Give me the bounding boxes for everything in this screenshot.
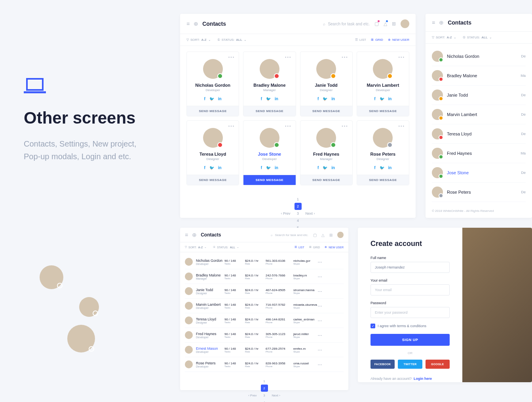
page-number[interactable]: 1 [294, 196, 302, 203]
table-row[interactable]: Nicholas GordonDeveloper 90 / 148Tasks $… [185, 255, 344, 269]
send-message-button[interactable]: SEND MESSAGE [243, 175, 295, 185]
google-button[interactable]: GOOGLE [426, 360, 450, 369]
linkedin-icon[interactable]: in [275, 166, 278, 170]
login-here-link[interactable]: Login here [414, 377, 432, 381]
email-input[interactable]: Your email [370, 284, 450, 295]
linkedin-icon[interactable]: in [218, 97, 222, 101]
grid-view-button[interactable]: ⊞ GRID [371, 38, 383, 42]
facebook-icon[interactable]: f [204, 97, 205, 101]
twitter-icon[interactable]: 🐦 [266, 97, 271, 101]
twitter-icon[interactable]: 🐦 [380, 97, 384, 101]
sort-filter[interactable]: ▽ SORT: A-Z ⌄ [432, 36, 456, 39]
send-message-button[interactable]: SEND MESSAGE [243, 106, 295, 116]
table-row[interactable]: Ernest MasonDeveloper 90 / 148Tasks $24.… [185, 343, 344, 357]
contact-card[interactable]: ••• Marvin Lambert Developer f🐦in SEND M… [357, 51, 409, 116]
add-icon[interactable]: ⊕ [194, 21, 198, 27]
terms-checkbox[interactable]: ✓I agree with terms & conditions [370, 324, 450, 328]
table-row[interactable]: Rose PetersDeveloper 90 / 148Tasks $24.0… [185, 357, 344, 372]
send-message-button[interactable]: SEND MESSAGE [357, 106, 409, 116]
table-row[interactable]: Janie ToddDesigner 90 / 148Tasks $24.0 /… [185, 284, 344, 299]
menu-icon[interactable]: ≡ [185, 232, 188, 238]
status-filter[interactable]: ① STATUS: ALL ⌄ [213, 246, 239, 249]
contact-card[interactable]: ••• Fred Haynes Manager f🐦in SEND MESSAG… [300, 120, 353, 185]
more-icon[interactable]: ••• [318, 363, 322, 366]
contact-card[interactable]: ••• Bradley Malone Manager f🐦in SEND MES… [243, 51, 296, 116]
contact-card[interactable]: ••• Janie Todd Designer f🐦in SEND MESSAG… [300, 51, 353, 116]
status-filter[interactable]: ① STATUS: ALL ⌄ [217, 38, 247, 42]
search-input[interactable]: ⌕ Search for task and etc. [323, 22, 370, 26]
more-icon[interactable]: ••• [285, 124, 292, 128]
sort-filter[interactable]: ▽ SORT: A-Z ⌄ [186, 38, 211, 42]
send-message-button[interactable]: SEND MESSAGE [357, 175, 409, 185]
page-number[interactable]: 1 [261, 377, 268, 385]
twitter-icon[interactable]: 🐦 [209, 166, 214, 170]
twitter-icon[interactable]: 🐦 [209, 97, 214, 101]
add-icon[interactable]: ⊕ [192, 232, 197, 238]
avatar[interactable] [337, 232, 344, 238]
contact-card[interactable]: ••• Jose Stone Developer f🐦in SEND MESSA… [243, 120, 296, 185]
linkedin-icon[interactable]: in [388, 97, 392, 101]
chat-icon[interactable]: ▢ [313, 233, 317, 237]
facebook-icon[interactable]: f [261, 166, 262, 170]
twitter-icon[interactable]: 🐦 [323, 97, 327, 101]
contact-row[interactable]: Bradley MaloneMa [432, 66, 526, 86]
add-icon[interactable]: ⊕ [439, 19, 444, 26]
more-icon[interactable]: ••• [342, 55, 348, 59]
notification-icon[interactable]: △ [321, 233, 325, 237]
contact-row[interactable]: Teresa LloydDe [432, 124, 526, 144]
more-icon[interactable]: ••• [398, 124, 405, 128]
sort-filter[interactable]: ▽ SORT: A-Z ⌄ [185, 246, 207, 249]
twitter-icon[interactable]: 🐦 [323, 166, 327, 170]
facebook-icon[interactable]: f [261, 97, 262, 101]
fullname-input[interactable]: Joseph Hernandez [370, 262, 450, 273]
menu-icon[interactable]: ≡ [432, 19, 435, 26]
contact-card[interactable]: ••• Nicholas Gordon Developer f🐦in SEND … [186, 51, 239, 116]
more-icon[interactable]: ••• [318, 275, 322, 278]
page-number[interactable]: 3 [294, 210, 302, 217]
linkedin-icon[interactable]: in [331, 97, 335, 101]
prev-button[interactable]: ‹ Prev [281, 211, 290, 215]
more-icon[interactable]: ••• [285, 55, 292, 59]
list-view-button[interactable]: ☰ LIST [294, 246, 304, 249]
page-number[interactable]: 2 [294, 203, 302, 210]
twitter-button[interactable]: TWITTER [398, 360, 422, 369]
next-button[interactable]: Next › [272, 394, 280, 397]
twitter-icon[interactable]: 🐦 [380, 166, 384, 170]
signup-button[interactable]: SIGN UP [370, 334, 450, 346]
avatar[interactable] [401, 19, 409, 28]
table-row[interactable]: Bradley MaloneManager 90 / 148Tasks $24.… [185, 269, 344, 284]
more-icon[interactable]: ••• [318, 304, 322, 308]
more-icon[interactable]: ••• [318, 319, 322, 322]
contact-row[interactable]: Fred HaynesMa [432, 144, 526, 163]
facebook-icon[interactable]: f [204, 166, 205, 170]
more-icon[interactable]: ••• [398, 55, 405, 59]
more-icon[interactable]: ••• [228, 55, 235, 59]
linkedin-icon[interactable]: in [388, 166, 392, 170]
new-user-button[interactable]: ⊕ NEW USER [388, 38, 409, 42]
grid-icon[interactable]: ⊞ [329, 233, 332, 237]
chat-icon[interactable]: ▢ [374, 21, 379, 27]
contact-row[interactable]: Janie ToddDe [432, 86, 526, 105]
contact-card[interactable]: ••• Teresa Lloyd Designer f🐦in SEND MESS… [186, 120, 239, 185]
more-icon[interactable]: ••• [228, 124, 235, 128]
contact-row[interactable]: Nicholas GordonDe [432, 47, 526, 66]
search-input[interactable]: ⌕ Search for task and etc. [271, 233, 309, 237]
table-row[interactable]: Fred HaynesDeveloper 90 / 148Tasks $24.0… [185, 328, 344, 343]
send-message-button[interactable]: SEND MESSAGE [300, 175, 352, 185]
twitter-icon[interactable]: 🐦 [266, 166, 271, 170]
page-number[interactable]: 3 [261, 392, 268, 399]
grid-view-button[interactable]: ⊞ GRID [309, 246, 320, 249]
page-number[interactable]: 4 [294, 217, 302, 224]
linkedin-icon[interactable]: in [218, 166, 222, 170]
more-icon[interactable]: ••• [342, 124, 348, 128]
contact-card[interactable]: ••• Rose Peters Designer f🐦in SEND MESSA… [357, 120, 409, 185]
facebook-button[interactable]: FACEBOOK [370, 360, 395, 369]
next-button[interactable]: Next › [306, 211, 315, 215]
linkedin-icon[interactable]: in [275, 97, 278, 101]
grid-icon[interactable]: ⊞ [392, 21, 396, 27]
more-icon[interactable]: ••• [318, 260, 322, 264]
contact-row[interactable]: Marvin LambertDe [432, 105, 526, 124]
list-view-button[interactable]: ☰ LIST [355, 38, 366, 42]
password-input[interactable]: Enter your password [370, 307, 450, 318]
table-row[interactable]: Teresa LloydDesigner 90 / 148Tasks $24.0… [185, 313, 344, 328]
